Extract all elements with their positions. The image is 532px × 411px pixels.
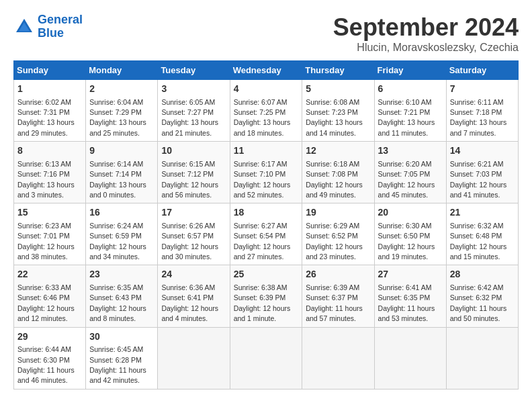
day-info: Sunrise: 6:24 AM Sunset: 6:59 PM Dayligh… — [89, 222, 146, 261]
day-cell-28: 28Sunrise: 6:42 AM Sunset: 6:32 PM Dayli… — [446, 265, 518, 327]
day-cell-15: 15Sunrise: 6:23 AM Sunset: 7:01 PM Dayli… — [14, 203, 86, 265]
day-info: Sunrise: 6:33 AM Sunset: 6:46 PM Dayligh… — [17, 283, 75, 322]
day-number: 15 — [17, 206, 82, 220]
day-info: Sunrise: 6:14 AM Sunset: 7:14 PM Dayligh… — [89, 160, 146, 199]
day-info: Sunrise: 6:17 AM Sunset: 7:10 PM Dayligh… — [234, 160, 291, 199]
calendar-week-row: 22Sunrise: 6:33 AM Sunset: 6:46 PM Dayli… — [14, 265, 519, 327]
day-number: 7 — [450, 83, 515, 96]
day-number: 13 — [378, 144, 443, 158]
day-info: Sunrise: 6:04 AM Sunset: 7:29 PM Dayligh… — [89, 98, 146, 137]
day-info: Sunrise: 6:18 AM Sunset: 7:08 PM Dayligh… — [306, 160, 363, 199]
day-info: Sunrise: 6:11 AM Sunset: 7:18 PM Dayligh… — [450, 98, 507, 137]
empty-cell — [158, 327, 230, 389]
day-info: Sunrise: 6:27 AM Sunset: 6:54 PM Dayligh… — [234, 222, 291, 261]
day-cell-6: 6Sunrise: 6:10 AM Sunset: 7:21 PM Daylig… — [374, 80, 446, 142]
day-number: 9 — [89, 144, 154, 158]
day-cell-13: 13Sunrise: 6:20 AM Sunset: 7:05 PM Dayli… — [374, 142, 446, 203]
weekday-header-row: SundayMondayTuesdayWednesdayThursdayFrid… — [14, 61, 519, 80]
day-cell-27: 27Sunrise: 6:41 AM Sunset: 6:35 PM Dayli… — [374, 265, 446, 327]
day-number: 11 — [234, 144, 299, 158]
day-cell-4: 4Sunrise: 6:07 AM Sunset: 7:25 PM Daylig… — [230, 80, 302, 142]
day-cell-8: 8Sunrise: 6:13 AM Sunset: 7:16 PM Daylig… — [14, 142, 86, 203]
calendar-week-row: 8Sunrise: 6:13 AM Sunset: 7:16 PM Daylig… — [14, 142, 519, 203]
day-cell-24: 24Sunrise: 6:36 AM Sunset: 6:41 PM Dayli… — [158, 265, 230, 327]
day-number: 5 — [306, 83, 370, 96]
weekday-header-friday: Friday — [374, 61, 446, 80]
day-cell-17: 17Sunrise: 6:26 AM Sunset: 6:57 PM Dayli… — [158, 203, 230, 265]
day-number: 22 — [17, 268, 82, 281]
month-title: September 2024 — [333, 13, 519, 42]
day-number: 18 — [234, 206, 299, 220]
location-title: Hlucin, Moravskoslezsky, Czechia — [333, 42, 519, 54]
day-cell-23: 23Sunrise: 6:35 AM Sunset: 6:43 PM Dayli… — [86, 265, 158, 327]
day-info: Sunrise: 6:02 AM Sunset: 7:31 PM Dayligh… — [17, 98, 75, 137]
weekday-header-thursday: Thursday — [302, 61, 374, 80]
day-info: Sunrise: 6:30 AM Sunset: 6:50 PM Dayligh… — [378, 222, 435, 261]
weekday-header-saturday: Saturday — [446, 61, 518, 80]
day-cell-16: 16Sunrise: 6:24 AM Sunset: 6:59 PM Dayli… — [86, 203, 158, 265]
day-number: 16 — [89, 206, 154, 220]
logo-general: General — [38, 13, 83, 26]
day-number: 10 — [161, 144, 226, 158]
day-number: 2 — [89, 83, 154, 96]
calendar-week-row: 29Sunrise: 6:44 AM Sunset: 6:30 PM Dayli… — [14, 327, 519, 389]
day-number: 25 — [234, 268, 299, 281]
day-cell-9: 9Sunrise: 6:14 AM Sunset: 7:14 PM Daylig… — [86, 142, 158, 203]
day-info: Sunrise: 6:21 AM Sunset: 7:03 PM Dayligh… — [450, 160, 507, 199]
day-info: Sunrise: 6:13 AM Sunset: 7:16 PM Dayligh… — [17, 160, 75, 199]
day-number: 28 — [450, 268, 515, 281]
empty-cell — [446, 327, 518, 389]
day-number: 8 — [17, 144, 82, 158]
day-cell-26: 26Sunrise: 6:39 AM Sunset: 6:37 PM Dayli… — [302, 265, 374, 327]
day-cell-10: 10Sunrise: 6:15 AM Sunset: 7:12 PM Dayli… — [158, 142, 230, 203]
calendar-table: SundayMondayTuesdayWednesdayThursdayFrid… — [13, 60, 519, 390]
day-info: Sunrise: 6:08 AM Sunset: 7:23 PM Dayligh… — [306, 98, 363, 137]
logo-blue: Blue — [38, 26, 64, 40]
day-info: Sunrise: 6:42 AM Sunset: 6:32 PM Dayligh… — [450, 283, 507, 322]
day-info: Sunrise: 6:10 AM Sunset: 7:21 PM Dayligh… — [378, 98, 435, 137]
day-cell-12: 12Sunrise: 6:18 AM Sunset: 7:08 PM Dayli… — [302, 142, 374, 203]
day-cell-21: 21Sunrise: 6:32 AM Sunset: 6:48 PM Dayli… — [446, 203, 518, 265]
empty-cell — [302, 327, 374, 389]
day-number: 1 — [17, 83, 82, 96]
day-number: 19 — [306, 206, 370, 220]
weekday-header-monday: Monday — [86, 61, 158, 80]
day-cell-2: 2Sunrise: 6:04 AM Sunset: 7:29 PM Daylig… — [86, 80, 158, 142]
day-number: 30 — [89, 330, 154, 344]
day-info: Sunrise: 6:44 AM Sunset: 6:30 PM Dayligh… — [17, 345, 75, 384]
day-number: 3 — [161, 83, 226, 96]
weekday-header-wednesday: Wednesday — [230, 61, 302, 80]
day-number: 26 — [306, 268, 370, 281]
day-info: Sunrise: 6:29 AM Sunset: 6:52 PM Dayligh… — [306, 222, 363, 261]
day-cell-18: 18Sunrise: 6:27 AM Sunset: 6:54 PM Dayli… — [230, 203, 302, 265]
day-info: Sunrise: 6:05 AM Sunset: 7:27 PM Dayligh… — [161, 98, 218, 137]
day-cell-22: 22Sunrise: 6:33 AM Sunset: 6:46 PM Dayli… — [14, 265, 86, 327]
day-number: 20 — [378, 206, 443, 220]
day-info: Sunrise: 6:35 AM Sunset: 6:43 PM Dayligh… — [89, 283, 146, 322]
day-number: 6 — [378, 83, 443, 96]
day-info: Sunrise: 6:32 AM Sunset: 6:48 PM Dayligh… — [450, 222, 507, 261]
day-cell-5: 5Sunrise: 6:08 AM Sunset: 7:23 PM Daylig… — [302, 80, 374, 142]
weekday-header-sunday: Sunday — [14, 61, 86, 80]
day-number: 12 — [306, 144, 370, 158]
day-number: 21 — [450, 206, 515, 220]
empty-cell — [374, 327, 446, 389]
weekday-header-tuesday: Tuesday — [158, 61, 230, 80]
day-cell-29: 29Sunrise: 6:44 AM Sunset: 6:30 PM Dayli… — [14, 327, 86, 389]
day-info: Sunrise: 6:07 AM Sunset: 7:25 PM Dayligh… — [234, 98, 291, 137]
day-cell-30: 30Sunrise: 6:45 AM Sunset: 6:28 PM Dayli… — [86, 327, 158, 389]
header: General Blue September 2024 Hlucin, Mora… — [13, 13, 519, 54]
day-info: Sunrise: 6:45 AM Sunset: 6:28 PM Dayligh… — [89, 345, 146, 384]
title-section: September 2024 Hlucin, Moravskoslezsky, … — [333, 13, 519, 54]
day-number: 27 — [378, 268, 443, 281]
day-number: 23 — [89, 268, 154, 281]
day-number: 24 — [161, 268, 226, 281]
day-number: 17 — [161, 206, 226, 220]
day-info: Sunrise: 6:41 AM Sunset: 6:35 PM Dayligh… — [378, 283, 435, 322]
day-info: Sunrise: 6:15 AM Sunset: 7:12 PM Dayligh… — [161, 160, 218, 199]
logo-text: General Blue — [38, 13, 83, 40]
logo: General Blue — [13, 13, 83, 40]
day-cell-3: 3Sunrise: 6:05 AM Sunset: 7:27 PM Daylig… — [158, 80, 230, 142]
day-info: Sunrise: 6:20 AM Sunset: 7:05 PM Dayligh… — [378, 160, 435, 199]
calendar-week-row: 15Sunrise: 6:23 AM Sunset: 7:01 PM Dayli… — [14, 203, 519, 265]
